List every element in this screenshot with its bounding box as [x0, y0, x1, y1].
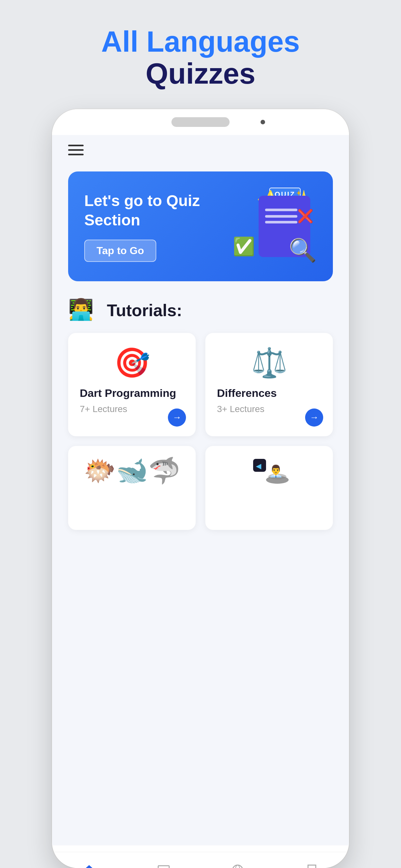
banner-text: Let's go to Quiz Section Tap to Go — [84, 191, 233, 262]
dart-card-icon: 🎯 — [80, 346, 184, 380]
banner-illustration: QUIZ ⭐ ✨ ✅ ❌ 🔍 — [233, 189, 317, 264]
hamburger-line-3 — [68, 154, 84, 155]
flutter-creatures-icon: 🐡🐋🦈 — [78, 456, 186, 486]
magnifier-icon: 🔍 — [289, 237, 317, 264]
explore-icon — [230, 863, 245, 868]
svg-text:👨‍💼: 👨‍💼 — [269, 464, 283, 478]
app-header — [68, 135, 333, 162]
tutorial-card-flutter-creatures[interactable]: 🐡🐋🦈 — [68, 446, 196, 530]
phone-frame: Let's go to Quiz Section Tap to Go QUIZ … — [52, 109, 349, 868]
phone-notch — [172, 117, 229, 127]
chat-icon — [156, 863, 171, 868]
differences-card-icon: ⚖️ — [217, 346, 321, 380]
tutorial-card-differences[interactable]: ⚖️ Differences 3+ Lectures → — [205, 333, 333, 436]
hamburger-line-1 — [68, 145, 84, 146]
tutorial-card-dart[interactable]: 🎯 Dart Programming 7+ Lectures → — [68, 333, 196, 436]
check-icon: ✅ — [233, 236, 255, 257]
arrow-right-icon-2: → — [310, 412, 319, 423]
flutter-dev-icon: ◄ 👨‍💼 — [215, 456, 323, 494]
tutorials-header: 👨‍💻 Tutorials: — [68, 298, 333, 323]
x-mark-icon: ❌ — [297, 209, 313, 224]
phone-status-dot — [260, 120, 265, 124]
tutorials-icon: 👨‍💻 — [68, 298, 100, 323]
differences-card-arrow[interactable]: → — [305, 408, 323, 427]
nav-explore[interactable] — [218, 860, 258, 868]
svg-point-5 — [233, 865, 243, 868]
banner-title: Let's go to Quiz Section — [84, 191, 233, 230]
differences-card-title: Differences — [217, 386, 321, 400]
svg-text:◄: ◄ — [254, 461, 263, 471]
nav-chat[interactable] — [143, 860, 183, 868]
tutorial-cards-bottom-grid: 🐡🐋🦈 ◄ 👨‍💼 — [68, 446, 333, 530]
bottom-nav — [52, 852, 349, 868]
home-icon — [82, 863, 96, 868]
hamburger-line-2 — [68, 149, 84, 151]
nav-home[interactable] — [69, 860, 109, 868]
dart-card-subtitle: 7+ Lectures — [80, 404, 184, 414]
differences-card-subtitle: 3+ Lectures — [217, 404, 321, 414]
quiz-banner[interactable]: Let's go to Quiz Section Tap to Go QUIZ … — [68, 172, 333, 281]
dart-card-arrow[interactable]: → — [168, 408, 186, 427]
phone-top-bar — [52, 109, 349, 135]
tutorials-person-icon: 👨‍💻 — [68, 298, 94, 321]
hamburger-menu[interactable] — [68, 145, 84, 155]
tap-to-go-button[interactable]: Tap to Go — [84, 240, 156, 262]
page-title-line1: All Languages — [101, 26, 300, 58]
page-title-line2: Quizzes — [101, 58, 300, 90]
tutorial-card-flutter-dev[interactable]: ◄ 👨‍💼 — [205, 446, 333, 530]
nav-bookmark[interactable] — [292, 860, 332, 868]
tutorials-title: Tutorials: — [107, 301, 182, 320]
page-header: All Languages Quizzes — [101, 26, 300, 90]
tutorial-cards-grid: 🎯 Dart Programming 7+ Lectures → ⚖️ Diff… — [68, 333, 333, 436]
bookmark-icon — [305, 863, 319, 868]
arrow-right-icon: → — [173, 412, 181, 423]
dart-card-title: Dart Programming — [80, 386, 184, 400]
app-content: Let's go to Quiz Section Tap to Go QUIZ … — [52, 135, 349, 845]
